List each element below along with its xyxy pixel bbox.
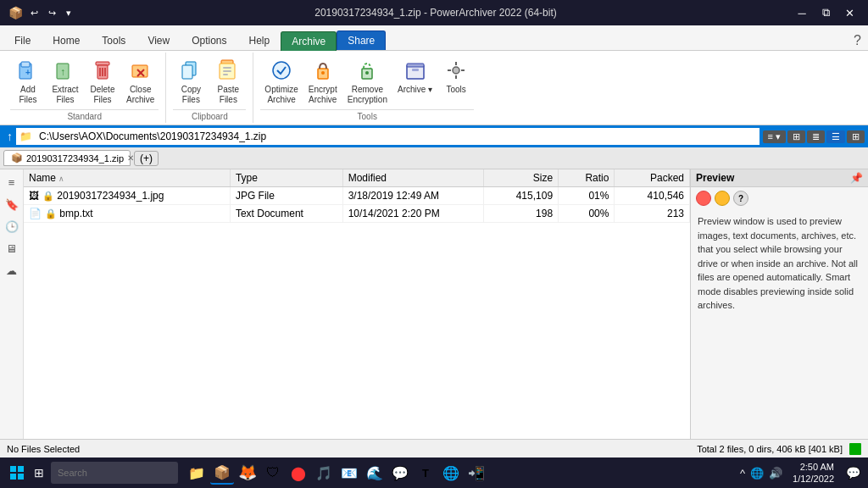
tab-help[interactable]: Help (238, 30, 281, 50)
taskbar-clock[interactable]: 2:50 AM 1/12/2022 (793, 461, 834, 485)
preview-header: Preview 📌 (691, 169, 868, 187)
add-files-button[interactable]: + AddFiles (10, 54, 46, 108)
svg-rect-14 (182, 65, 192, 79)
list-view-btn[interactable]: ☰ (826, 130, 845, 143)
taskbar-icon-explorer[interactable]: 📁 (185, 461, 209, 485)
table-row[interactable]: 🖼🔒 20190317234934_1.jpg JPG File 3/18/20… (24, 187, 690, 205)
tab-tools[interactable]: Tools (91, 30, 136, 50)
window-controls: ─ ⧉ ✕ (790, 1, 861, 25)
remove-encryption-button[interactable]: RemoveEncryption (343, 54, 392, 108)
preview-close-btn[interactable] (696, 191, 711, 206)
ribbon-group-tools: OptimizeArchive EncryptArchive RemoveEnc… (253, 53, 481, 123)
ribbon-help-icon[interactable]: ? (850, 31, 865, 50)
taskbar-volume-icon[interactable]: 🔊 (769, 467, 782, 480)
svg-rect-35 (10, 474, 16, 480)
taskbar-notification-button[interactable]: 💬 (841, 461, 865, 485)
optimize-archive-button[interactable]: OptimizeArchive (260, 54, 302, 108)
svg-text:+: + (25, 68, 31, 77)
tab-home[interactable]: Home (42, 30, 91, 50)
taskbar-icon-browser[interactable]: 🦊 (236, 461, 259, 485)
taskbar-icon-network[interactable]: 🌐 (439, 461, 463, 485)
svg-rect-36 (18, 474, 24, 480)
tab-archive[interactable]: Archive (281, 31, 337, 51)
clipboard-buttons: CopyFiles PasteFiles (173, 53, 246, 108)
navigate-up-button[interactable]: ↑ (3, 130, 16, 143)
table-header-row: Name ∧ Type Modified Size Ratio Packed (24, 169, 690, 187)
ribbon-group-clipboard: CopyFiles PasteFiles Clipboard (166, 53, 253, 123)
tools-group-label: Tools (260, 109, 474, 123)
add-files-icon: + (14, 57, 42, 84)
svg-rect-18 (223, 70, 231, 72)
standard-group-label: Standard (10, 109, 159, 123)
taskbar-icon-edge[interactable]: 🌊 (363, 461, 387, 485)
archive-icon (402, 57, 429, 84)
minimize-button[interactable]: ─ (790, 1, 814, 25)
col-name[interactable]: Name ∧ (24, 169, 230, 187)
svg-rect-26 (407, 64, 424, 67)
add-tab-button[interactable]: (+) (134, 151, 159, 166)
sidebar-recent-icon[interactable]: 🕒 (3, 217, 21, 236)
tab-share[interactable]: Share (337, 30, 386, 50)
grid-view-btn[interactable]: ⊞ (787, 130, 805, 143)
tab-options[interactable]: Options (181, 30, 237, 50)
status-indicator (849, 443, 861, 455)
sort-arrow: ∧ (58, 175, 64, 183)
delete-files-button[interactable]: DeleteFiles (85, 54, 120, 108)
taskbar-icon-shield[interactable]: 🛡 (261, 461, 285, 485)
tools-btn-label: Tools (446, 85, 465, 95)
copy-files-button[interactable]: CopyFiles (173, 54, 209, 108)
col-modified[interactable]: Modified (342, 169, 483, 187)
paste-files-button[interactable]: PasteFiles (210, 54, 246, 108)
detail-view-btn[interactable]: ≣ (807, 130, 825, 143)
taskbar-date-display: 1/12/2022 (793, 473, 834, 485)
preview-info-btn[interactable]: ? (733, 191, 748, 206)
taskbar-icon-circle[interactable]: ⬤ (287, 461, 310, 485)
redo-button[interactable]: ↪ (45, 6, 59, 20)
preview-pin-icon[interactable]: 📌 (850, 172, 863, 184)
thumbnail-view-btn[interactable]: ⊞ (847, 130, 865, 143)
encrypt-archive-button[interactable]: EncryptArchive (304, 54, 342, 108)
address-input[interactable] (36, 128, 756, 145)
sidebar-cloud-icon[interactable]: ☁ (3, 261, 21, 280)
main-content: ≡ 🔖 🕒 🖥 ☁ Name ∧ Type Modified Size (0, 169, 868, 439)
taskbar-search-input[interactable] (51, 462, 178, 484)
close-tab-button[interactable]: ✕ (127, 153, 134, 163)
table-row[interactable]: 📄🔒 bmp.txt Text Document 10/14/2021 2:20… (24, 205, 690, 223)
svg-rect-1 (21, 62, 30, 67)
tab-view[interactable]: View (136, 30, 181, 50)
close-archive-label: CloseArchive (126, 85, 154, 105)
undo-button[interactable]: ↩ (27, 6, 42, 20)
taskview-button[interactable]: ⊞ (31, 466, 47, 480)
taskbar-icon-translate[interactable]: T (414, 461, 437, 485)
archive-button[interactable]: Archive ▾ (393, 54, 437, 97)
col-ratio[interactable]: Ratio (559, 169, 615, 187)
taskbar-icon-mail[interactable]: 📧 (337, 461, 361, 485)
sidebar-computer-icon[interactable]: 🖥 (3, 239, 21, 258)
taskbar-icon-music[interactable]: 🎵 (312, 461, 336, 485)
close-archive-button[interactable]: CloseArchive (122, 54, 159, 108)
tools-button[interactable]: Tools (438, 54, 474, 97)
sidebar-menu-icon[interactable]: ≡ (3, 173, 21, 191)
close-button[interactable]: ✕ (837, 1, 861, 25)
sidebar-bookmark-icon[interactable]: 🔖 (3, 195, 21, 214)
col-size[interactable]: Size (483, 169, 559, 187)
quick-access-dropdown[interactable]: ▾ (63, 6, 75, 20)
maximize-button[interactable]: ⧉ (814, 1, 837, 25)
add-files-label: AddFiles (19, 85, 36, 105)
tab-file[interactable]: File (3, 30, 42, 50)
svg-rect-27 (412, 69, 419, 71)
view-options-btn[interactable]: ≡ ▾ (763, 130, 786, 143)
taskbar-network-icon[interactable]: 🌐 (750, 467, 764, 480)
taskbar-icon-discord[interactable]: 💬 (388, 461, 412, 485)
file-tab-zip[interactable]: 📦 20190317234934_1.zip ✕ (3, 150, 131, 166)
start-button[interactable] (3, 459, 31, 486)
extract-files-button[interactable]: ↑ ExtractFiles (47, 54, 83, 108)
taskbar-chevron-icon[interactable]: ^ (740, 467, 745, 480)
col-type[interactable]: Type (230, 169, 342, 187)
app-icon: 📦 (7, 4, 24, 21)
taskbar-icon-powerarchiver[interactable]: 📦 (210, 461, 234, 485)
svg-rect-33 (10, 466, 16, 472)
preview-minimize-btn[interactable] (715, 191, 730, 206)
taskbar-icon-viber[interactable]: 📲 (465, 461, 488, 485)
col-packed[interactable]: Packed (615, 169, 690, 187)
